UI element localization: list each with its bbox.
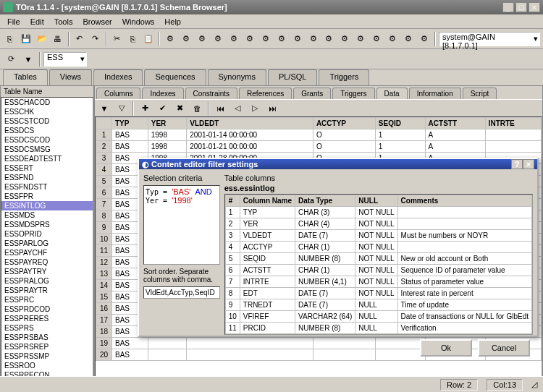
row-header[interactable]: 19 <box>96 338 112 349</box>
menu-windows[interactable]: Windows <box>118 16 159 27</box>
save-icon[interactable]: 💾 <box>19 31 33 47</box>
col-list-cell[interactable]: NULL <box>355 311 397 323</box>
tool-icon[interactable]: ⚙ <box>417 31 432 47</box>
tool-icon[interactable]: ⚙ <box>195 31 209 47</box>
tool-icon[interactable]: ⚙ <box>337 31 352 47</box>
col-list-cell[interactable]: 9 <box>225 299 240 311</box>
subtab-information[interactable]: Information <box>409 88 461 99</box>
table-item[interactable]: ESSDCSMSG <box>1 145 93 154</box>
table-item[interactable]: ESSPRAYTR <box>1 286 93 295</box>
subtab-triggers[interactable]: Triggers <box>332 88 374 99</box>
menu-edit[interactable]: Edit <box>26 16 49 27</box>
col-header[interactable]: SEQID <box>375 118 425 129</box>
col-list-cell[interactable]: ACCTYP <box>240 242 295 253</box>
table-list[interactable]: ESSCHACODESSCHKESSCSTCODESSDCSESSDCSCODE… <box>1 97 93 391</box>
col-list-cell[interactable]: DATE (7) <box>295 299 355 311</box>
col-list-cell[interactable]: 11 <box>225 323 240 334</box>
table-item[interactable]: ESSDEADTESTT <box>1 154 93 163</box>
maximize-button[interactable]: □ <box>515 2 527 12</box>
col-list-cell[interactable]: CHAR (1) <box>295 242 355 253</box>
minimize-button[interactable]: _ <box>502 2 514 12</box>
row-header[interactable]: 15 <box>96 291 112 303</box>
col-list-cell[interactable]: Must be numbers or NOYR <box>397 230 531 242</box>
tool-icon[interactable]: ⚙ <box>163 31 177 47</box>
row-header[interactable]: 14 <box>96 280 112 291</box>
col-list-cell[interactable]: 4 <box>225 242 240 253</box>
tab-sequences[interactable]: Sequences <box>144 69 206 85</box>
row-header[interactable]: 3 <box>96 153 112 164</box>
add-row-icon[interactable]: ✚ <box>137 101 153 116</box>
subtab-constraints[interactable]: Constraints <box>185 88 238 99</box>
table-item[interactable]: ESSPRSSMP <box>1 351 93 361</box>
table-item[interactable]: ESSPRS <box>1 323 93 333</box>
grid-cell[interactable]: O <box>313 141 375 153</box>
tool-icon[interactable]: ⚙ <box>322 31 337 47</box>
col-list-cell[interactable]: NOT NULL <box>355 276 397 288</box>
tool-icon[interactable]: ⚙ <box>211 31 225 47</box>
col-list-cell[interactable]: New or old account or Both <box>397 253 531 265</box>
grid-cell[interactable]: A <box>425 141 485 153</box>
col-list-cell[interactable]: 8 <box>225 288 240 299</box>
row-header[interactable]: 13 <box>96 268 112 280</box>
row-header[interactable]: 8 <box>96 210 112 222</box>
tab-synonyms[interactable]: Synonyms <box>208 69 266 85</box>
open-icon[interactable]: 📂 <box>35 31 49 47</box>
col-list-cell[interactable]: NUMBER (4,1) <box>295 276 355 288</box>
table-item[interactable]: ESSPARLOG <box>1 239 93 248</box>
row-header[interactable]: 7 <box>96 199 112 210</box>
col-list-cell[interactable]: PRCID <box>240 323 295 334</box>
close-button[interactable]: × <box>529 2 540 12</box>
refresh-icon[interactable]: ⟳ <box>3 51 19 67</box>
tool-icon[interactable]: ⚙ <box>401 31 416 47</box>
cut-icon[interactable]: ✂ <box>110 31 125 47</box>
redo-icon[interactable]: ↷ <box>88 31 103 47</box>
schema-combo[interactable]: ESS <box>43 52 87 67</box>
col-list-cell[interactable]: NUMBER (8) <box>295 253 355 265</box>
tab-pl/sql[interactable]: PL/SQL <box>268 69 318 85</box>
col-list-cell[interactable]: NUMBER (8) <box>295 323 355 334</box>
col-header[interactable]: INTRTE <box>485 118 541 129</box>
tab-tables[interactable]: Tables <box>3 69 48 85</box>
menu-file[interactable]: File <box>3 16 25 27</box>
row-header[interactable]: 11 <box>96 245 112 257</box>
row-header[interactable]: 5 <box>96 176 112 187</box>
paste-icon[interactable]: 📋 <box>141 31 156 47</box>
col-list-cell[interactable]: CHAR (3) <box>295 207 355 218</box>
table-item[interactable]: ESSFPR <box>1 192 93 201</box>
resize-grip-icon[interactable]: ◿ <box>531 380 537 389</box>
table-item[interactable]: ESSPRC <box>1 295 93 304</box>
col-list-cell[interactable]: VFIREF <box>240 311 295 323</box>
grid-cell[interactable]: 1998 <box>148 129 187 141</box>
copy-icon[interactable]: ⎘ <box>125 31 140 47</box>
col-header[interactable]: ACCTYP <box>313 118 375 129</box>
tool-icon[interactable]: ⚙ <box>274 31 289 47</box>
tool-icon[interactable]: ⚙ <box>290 31 305 47</box>
subtab-indexes[interactable]: Indexes <box>142 88 183 99</box>
table-item[interactable]: ESSMDS <box>1 210 93 220</box>
table-item[interactable]: ESSPRALOG <box>1 276 93 286</box>
col-list-cell[interactable]: NOT NULL <box>355 218 397 230</box>
col-header[interactable]: YER <box>148 118 187 129</box>
grid-cell[interactable]: BAS <box>112 129 148 141</box>
subtab-data[interactable]: Data <box>376 88 408 99</box>
col-list-cell[interactable]: ACTSTT <box>240 265 295 276</box>
table-item[interactable]: ESSROO <box>1 361 93 370</box>
col-list-cell[interactable]: NULL <box>355 299 397 311</box>
menu-tools[interactable]: Tools <box>50 16 77 27</box>
grid-cell[interactable]: 1 <box>375 141 425 153</box>
row-header[interactable]: 10 <box>96 234 112 245</box>
table-item[interactable]: ESSOPRID <box>1 229 93 239</box>
col-list-cell[interactable]: Time of update <box>397 299 531 311</box>
col-list-cell[interactable]: TYP <box>240 207 295 218</box>
column-list[interactable]: #Column NameData TypeNULLComments1TYPCHA… <box>224 194 533 335</box>
table-item[interactable]: ESSPAYREQ <box>1 257 93 267</box>
last-icon[interactable]: ⏭ <box>264 101 280 116</box>
row-header[interactable]: 2 <box>96 141 112 153</box>
col-list-cell[interactable] <box>397 218 531 230</box>
col-list-cell[interactable] <box>397 207 531 218</box>
table-item[interactable]: ESSDCS <box>1 126 93 135</box>
col-list-cell[interactable]: 5 <box>225 253 240 265</box>
delete-row-icon[interactable]: 🗑 <box>189 101 205 116</box>
criteria-input[interactable]: Typ = 'BAS' AND Yer = '1998' <box>143 185 220 265</box>
tool-icon[interactable]: ⚙ <box>243 31 257 47</box>
